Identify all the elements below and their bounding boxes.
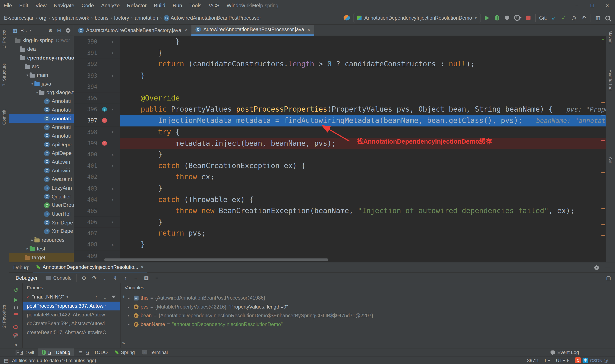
- tab-debugger[interactable]: Debugger: [12, 273, 41, 283]
- expand-icon[interactable]: ▸: [128, 305, 132, 309]
- code-text[interactable]: return pvs;: [120, 228, 606, 239]
- ruler-mark[interactable]: [601, 208, 605, 209]
- menu-item-build[interactable]: Build: [150, 0, 169, 11]
- tab-console[interactable]: ›Console: [42, 273, 75, 283]
- view-breakpoints-grid-icon[interactable]: ▦: [143, 274, 150, 281]
- menu-item-tools[interactable]: Tools: [186, 0, 205, 11]
- stripe-button-project[interactable]: 1: Project: [2, 30, 7, 48]
- tree-item[interactable]: CXmlDepe: [9, 227, 74, 235]
- fold-icon[interactable]: ▾: [109, 130, 116, 134]
- tree-item[interactable]: ▾main: [9, 71, 74, 79]
- fold-icon[interactable]: ▾: [109, 198, 116, 202]
- toolwindow-button-debug[interactable]: 5: Debug: [38, 348, 74, 356]
- gutter[interactable]: 403▴: [74, 183, 120, 194]
- view-breakpoints-icon[interactable]: [13, 325, 18, 329]
- breadcrumb-item[interactable]: org: [39, 15, 46, 21]
- gutter[interactable]: 398▾: [74, 126, 120, 138]
- stop-icon[interactable]: [14, 313, 18, 315]
- code-line[interactable]: 408▴ }: [74, 239, 606, 250]
- hide-panel-icon[interactable]: —: [604, 264, 611, 271]
- stripe-button-ant[interactable]: Ant: [608, 157, 613, 163]
- force-step-into-icon[interactable]: ⇓: [112, 274, 119, 281]
- frame-up-icon[interactable]: ↑: [93, 293, 99, 300]
- code-text[interactable]: @Override: [120, 92, 606, 104]
- fold-icon[interactable]: ▴: [109, 152, 116, 156]
- tree-item[interactable]: CAwareInt: [9, 175, 74, 183]
- variable-row[interactable]: ▸pbean = {AnnotationDependencyInjectionR…: [120, 311, 615, 320]
- gear-icon[interactable]: [66, 28, 71, 33]
- toolwindow-toggle-icon[interactable]: ▤: [3, 357, 10, 364]
- debug-session-tab[interactable]: AnnotationDependencyInjectionResolutio..…: [33, 262, 147, 273]
- frame-row[interactable]: populateBean:1422, AbstractAutow: [23, 311, 120, 319]
- caret-position[interactable]: 397:1: [527, 357, 539, 363]
- close-button[interactable]: ×: [600, 0, 615, 11]
- maximize-button[interactable]: □: [585, 0, 600, 11]
- code-line[interactable]: 401▾ catch (BeanCreationException ex) {: [74, 160, 606, 171]
- show-execution-point-icon[interactable]: ⊙: [81, 274, 87, 281]
- gutter-icon-zone[interactable]: ↑: [100, 107, 109, 112]
- commit-icon[interactable]: ✓: [561, 14, 567, 22]
- ruler-mark[interactable]: [601, 115, 605, 116]
- code-text[interactable]: }: [120, 47, 606, 59]
- tree-toggle-icon[interactable]: ▾: [25, 73, 30, 77]
- tree-item[interactable]: ▾org.xiaoge.t: [9, 88, 74, 97]
- close-icon[interactable]: ×: [307, 27, 310, 33]
- filter-icon[interactable]: [112, 296, 116, 298]
- code-text[interactable]: catch (Throwable ex) {: [120, 194, 606, 205]
- menu-item-refactor[interactable]: Refactor: [123, 0, 150, 11]
- gutter[interactable]: 400▴: [74, 149, 120, 160]
- code-line[interactable]: 392 return (candidateConstructors.length…: [74, 58, 606, 70]
- tree-item[interactable]: dea: [9, 45, 74, 53]
- tree-item[interactable]: CUserHol: [9, 209, 74, 218]
- line-ending[interactable]: LF: [545, 357, 550, 363]
- gutter[interactable]: 407: [74, 228, 120, 239]
- gutter[interactable]: 406▴: [74, 216, 120, 228]
- gutter[interactable]: 402: [74, 171, 120, 183]
- tree-item[interactable]: CAutowiri: [9, 157, 74, 166]
- code-line[interactable]: 398▾ try {: [74, 126, 606, 138]
- code-line[interactable]: 395 @Override: [74, 92, 606, 104]
- fold-icon[interactable]: ▴: [109, 73, 116, 78]
- tree-item[interactable]: ▸test: [9, 244, 74, 253]
- gutter-icon-zone[interactable]: ✓: [100, 141, 109, 146]
- editor-tab[interactable]: CAutowiredAnnotationBeanPostProcessor.ja…: [191, 25, 314, 36]
- thread-selector[interactable]: ✓ "mai...NNING" ▾ ↑ ↓: [23, 292, 120, 302]
- toolwindow-button-terminal[interactable]: ›Terminal: [138, 348, 171, 356]
- menu-item-edit[interactable]: Edit: [16, 0, 32, 11]
- close-icon[interactable]: ×: [184, 27, 187, 33]
- menu-item-code[interactable]: Code: [78, 0, 98, 11]
- code-line[interactable]: 403▴ }: [74, 183, 606, 194]
- code-text[interactable]: throw new BeanCreationException(beanName…: [120, 205, 606, 217]
- variable-row[interactable]: ▸ppvs = {MutablePropertyValues@2216} "Pr…: [120, 302, 615, 311]
- menu-item-navigate[interactable]: Navigate: [50, 0, 78, 11]
- pause-icon[interactable]: [14, 306, 18, 309]
- menu-item-file[interactable]: File: [0, 0, 16, 11]
- tree-toggle-icon[interactable]: ▾: [30, 82, 35, 86]
- breakpoint-icon[interactable]: ✓: [102, 141, 107, 146]
- step-into-icon[interactable]: ↓: [102, 274, 108, 281]
- gutter[interactable]: 396↑▾: [74, 104, 120, 115]
- breadcrumb-item[interactable]: springframework: [52, 15, 89, 21]
- menu-item-analyze[interactable]: Analyze: [98, 0, 123, 11]
- fold-icon[interactable]: ▴: [109, 243, 116, 247]
- code-line[interactable]: 402 throw ex;: [74, 171, 606, 183]
- gutter[interactable]: 394: [74, 81, 120, 92]
- fold-icon[interactable]: ▴: [109, 186, 116, 190]
- tree-item[interactable]: king-in-springD:\wor: [9, 36, 74, 45]
- breakpoint-icon[interactable]: ✓: [102, 118, 107, 123]
- frame-row[interactable]: doCreateBean:594, AbstractAutowi: [23, 319, 120, 328]
- stripe-button-restfultool[interactable]: RestfulTool: [608, 70, 613, 91]
- expand-icon[interactable]: ▸: [128, 296, 132, 300]
- gutter[interactable]: 401▾: [74, 160, 120, 171]
- code-editor[interactable]: 390▴ }391▴ }392 return (candidateConstru…: [74, 36, 606, 262]
- project-view-icon[interactable]: ▦: [12, 27, 18, 34]
- code-text[interactable]: InjectionMetadata metadata = findAutowir…: [120, 115, 606, 126]
- override-marker-icon[interactable]: ↑: [102, 107, 107, 112]
- gutter[interactable]: 404▾: [74, 194, 120, 205]
- editor-tab[interactable]: CAbstractAutowireCapableBeanFactory.java…: [74, 25, 191, 36]
- tree-item[interactable]: src: [9, 62, 74, 71]
- fold-icon[interactable]: ▴: [109, 40, 116, 44]
- tree-item[interactable]: ependency-injection: [9, 53, 74, 62]
- menu-item-vcs[interactable]: VCS: [205, 0, 223, 11]
- gear-icon[interactable]: [594, 265, 599, 270]
